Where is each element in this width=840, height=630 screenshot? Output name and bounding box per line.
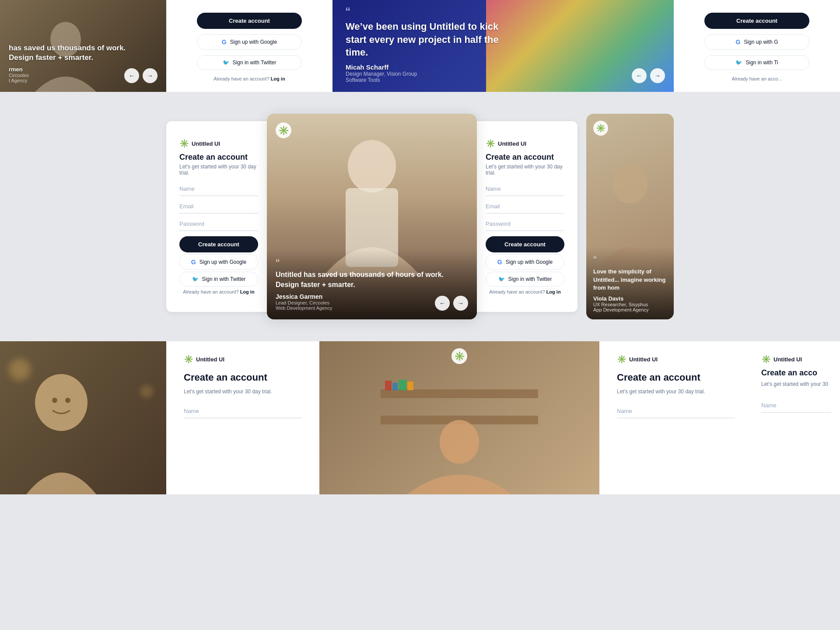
- row3-far-right-form-title: Create an acco: [752, 368, 840, 378]
- row3-left-logo-text: Untitled UI: [196, 356, 224, 363]
- row2-right-form-title: Create an account: [486, 153, 564, 162]
- row2-left-email-input[interactable]: [179, 200, 258, 214]
- row2-right-email-input[interactable]: [486, 200, 564, 214]
- row-separator-1: [0, 92, 840, 101]
- row1-right-author: Micah Scharff: [346, 63, 521, 71]
- row3-far-right-logo-row: ✳️ Untitled UI: [752, 341, 840, 364]
- row1-right-next-btn[interactable]: →: [650, 68, 665, 83]
- row3-right-logo-text: Untitled UI: [629, 356, 658, 363]
- row2-right-form-card: ✳️ Untitled UI Create an account Let's g…: [472, 121, 578, 312]
- row2-far-right-card: ✳️ “ Love the simplicity of Untitled... …: [586, 114, 674, 319]
- row3-left-silhouette: [13, 363, 109, 494]
- row2-left-login-link[interactable]: Log in: [240, 289, 255, 294]
- row3-left-image: [0, 341, 166, 494]
- row3-center-silhouette: [372, 372, 547, 494]
- row1-right-prev-btn[interactable]: ←: [632, 68, 647, 83]
- row1-right-twitter-btn[interactable]: 🐦 Sign in with Ti: [704, 55, 809, 70]
- row3-far-right-name-input[interactable]: [761, 399, 831, 413]
- row3-right-name-input[interactable]: [617, 404, 735, 418]
- row2: ✳️ Untitled UI Create an account Let's g…: [0, 101, 840, 332]
- row2-left-form-card: ✳️ Untitled UI Create an account Let's g…: [166, 121, 271, 312]
- row1-right-google-btn[interactable]: G Sign up with G: [704, 34, 809, 50]
- center-quote-text: Untitled has saved us thousands of hours…: [276, 270, 468, 290]
- row3-far-right-subtitle: Let's get started with your 30: [752, 379, 840, 389]
- row2-right-twitter-btn[interactable]: 🐦 Sign in with Twitter: [486, 272, 564, 287]
- row2-far-right-logo: ✳️: [593, 121, 608, 136]
- twitter-icon-1: 🐦: [223, 60, 229, 66]
- row2-left-twitter-btn[interactable]: 🐦 Sign in with Twitter: [179, 272, 258, 287]
- row2-right-google-label: Sign up with Google: [506, 259, 553, 265]
- row2-center-logo: ✳️: [276, 122, 291, 138]
- row2-left-form-subtitle: Let's get started with your 30 day trial…: [179, 164, 258, 176]
- row1-left-image: has saved us thousands of work. Design f…: [0, 0, 166, 92]
- row2-left-google-btn[interactable]: G Sign up with Google: [179, 254, 258, 270]
- row1-right-twitter-label: Sign in with Ti: [746, 60, 778, 66]
- row1-left-nav: ← →: [124, 68, 158, 83]
- row2-left-name-input[interactable]: [179, 182, 258, 196]
- twitter-icon-3: 🐦: [192, 276, 199, 282]
- row3-right-logo-icon: ✳️: [617, 354, 626, 364]
- page-wrapper: has saved us thousands of work. Design f…: [0, 0, 840, 630]
- row3-far-right: ✳️ Untitled UI Create an acco Let's get …: [752, 341, 840, 494]
- google-icon-4: G: [497, 259, 502, 266]
- row2-far-right-overlay: “ Love the simplicity of Untitled... ima…: [586, 247, 674, 319]
- svg-rect-9: [385, 381, 392, 390]
- row1-left-quote: has saved us thousands of work. Design f…: [9, 43, 131, 63]
- row1-right-create-btn[interactable]: Create account: [704, 13, 809, 29]
- row3-left-form-title: Create an account: [184, 372, 302, 383]
- far-right-quote-text: Love the simplicity of Untitled... imagi…: [593, 268, 667, 292]
- row2-right-form-subtitle: Let's get started with your 30 day trial…: [486, 164, 564, 176]
- row2-right-twitter-label: Sign in with Twitter: [508, 276, 552, 282]
- row2-left-password-input[interactable]: [179, 217, 258, 231]
- row1-left-author: rmen: [9, 66, 131, 73]
- row1-left-prev-btn[interactable]: ←: [124, 68, 139, 83]
- svg-point-3: [612, 164, 648, 203]
- row1-left-google-btn[interactable]: G Sign up with Google: [197, 34, 302, 50]
- center-prev-btn[interactable]: ←: [435, 296, 450, 311]
- row1-left-author-d1: Circooles: [9, 73, 131, 78]
- row1-left-form: Create account G Sign up with Google 🐦 S…: [166, 0, 332, 92]
- row1-left-create-btn[interactable]: Create account: [197, 13, 302, 29]
- row1-right-overlay: “ We’ve been using Untitled to kick star…: [346, 7, 521, 83]
- row3-left-form-subtitle: Let's get started with your 30 day trial…: [184, 388, 302, 395]
- center-quote-mark: “: [276, 259, 468, 268]
- row2-center-card: ✳️ “ Untitled has saved us thousands of …: [267, 114, 477, 319]
- row2-right-login-link[interactable]: Log in: [546, 289, 561, 294]
- row1: has saved us thousands of work. Design f…: [0, 0, 840, 92]
- row2-far-right-image: ✳️ “ Love the simplicity of Untitled... …: [586, 114, 674, 319]
- svg-rect-12: [407, 382, 413, 390]
- svg-rect-10: [392, 383, 398, 390]
- row2-right-google-btn[interactable]: G Sign up with Google: [486, 254, 564, 270]
- row2-right-logo-row: ✳️ Untitled UI: [486, 139, 564, 148]
- row3-left-name-input[interactable]: [184, 404, 302, 418]
- row1-left-twitter-label: Sign in with Twitter: [233, 60, 276, 66]
- twitter-icon-2: 🐦: [735, 60, 742, 66]
- row1-left-twitter-btn[interactable]: 🐦 Sign in with Twitter: [197, 55, 302, 70]
- row1-right-author-d1: Design Manager, Vision Group: [346, 71, 521, 77]
- row1-left-next-btn[interactable]: →: [143, 68, 158, 83]
- svg-point-5: [52, 398, 57, 403]
- row3-center-logo: ✳️: [452, 348, 467, 364]
- row1-left-login-link[interactable]: Log in: [271, 76, 285, 81]
- row2-left-create-btn[interactable]: Create account: [179, 236, 258, 252]
- row2-right-name-input[interactable]: [486, 182, 564, 196]
- row1-right-signin-text: Already have an acco...: [732, 76, 782, 81]
- row1-right-quote: We’ve been using Untitled to kick start …: [346, 20, 521, 59]
- center-next-btn[interactable]: →: [453, 296, 468, 311]
- row2-right-password-input[interactable]: [486, 217, 564, 231]
- row3-right-form-subtitle: Let's get started with your 30 day trial…: [617, 388, 735, 395]
- row1-right-author-d2: Software Tools: [346, 77, 521, 83]
- row2-right-create-btn[interactable]: Create account: [486, 236, 564, 252]
- svg-point-13: [440, 420, 479, 464]
- row-separator-2: [0, 332, 840, 341]
- row3: ✳️ Untitled UI Create an account Let's g…: [0, 341, 840, 494]
- row3-center-image: ✳️: [319, 341, 599, 494]
- row1-right-nav: ← →: [632, 68, 665, 83]
- svg-point-4: [35, 374, 88, 431]
- row2-center-overlay: “ Untitled has saved us thousands of hou…: [267, 250, 477, 319]
- google-icon-3: G: [191, 259, 196, 266]
- svg-rect-7: [381, 389, 538, 398]
- row3-left-form: ✳️ Untitled UI Create an account Let's g…: [166, 341, 319, 494]
- row1-right-image: “ We’ve been using Untitled to kick star…: [332, 0, 674, 92]
- row2-right-logo-icon: ✳️: [486, 139, 495, 148]
